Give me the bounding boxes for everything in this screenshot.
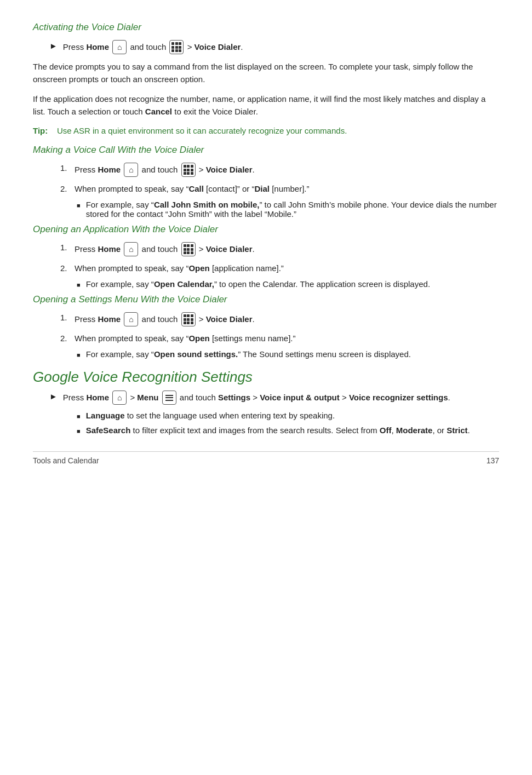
home-icon-4: ⌂: [124, 312, 138, 326]
item-settings-1-text: Press Home ⌂ and touch > Voice Dialer.: [75, 313, 255, 327]
num-1: 1.: [60, 163, 75, 173]
bullet-activate-text: Press Home ⌂ and touch > Voice Dialer.: [63, 41, 243, 55]
grid-icon-3: [181, 242, 196, 256]
sub-bullet-language-text: Language to set the language used when e…: [86, 411, 335, 420]
para-activate-1: The device prompts you to say a command …: [33, 60, 499, 86]
numbered-item-app-2: 2. When prompted to speak, say “Open [ap…: [60, 263, 499, 273]
menu-icon: [162, 391, 176, 405]
numbered-item-settings-2: 2. When prompted to speak, say “Open [se…: [60, 334, 499, 343]
item-1-text: Press Home ⌂ and touch > Voice Dialer.: [75, 163, 255, 177]
sub-bullet-app-text: For example, say “Open Calendar,” to ope…: [86, 279, 430, 289]
numbered-list-opening-settings: 1. Press Home ⌂ and touch > Voice Dialer…: [60, 313, 499, 343]
numbered-item-1: 1. Press Home ⌂ and touch > Voice Dialer…: [60, 163, 499, 177]
numbered-item-settings-1: 1. Press Home ⌂ and touch > Voice Dialer…: [60, 313, 499, 327]
sub-bullet-settings-text: For example, say “Open sound settings.” …: [86, 349, 411, 359]
section-google-voice: Google Voice Recognition Settings ► Pres…: [33, 369, 499, 435]
section-title-making-call: Making a Voice Call With the Voice Diale…: [33, 145, 499, 156]
section-title-google-voice: Google Voice Recognition Settings: [33, 369, 499, 386]
home-icon-5: ⌂: [112, 391, 127, 405]
bullet-activate: ► Press Home ⌂ and touch > Voice Dialer.: [49, 41, 499, 55]
item-app-1-text: Press Home ⌂ and touch > Voice Dialer.: [75, 243, 255, 257]
arrow-icon-google: ►: [49, 392, 58, 401]
item-settings-2-text: When prompted to speak, say “Open [setti…: [75, 334, 296, 343]
sub-bullet-call-text: For example, say “Call John Smith on mob…: [86, 200, 499, 219]
num-app-1: 1.: [60, 243, 75, 252]
footer-right: 137: [487, 456, 499, 465]
sub-bullet-call: ■ For example, say “Call John Smith on m…: [77, 200, 499, 219]
home-icon-2: ⌂: [124, 163, 138, 177]
section-opening-settings: Opening a Settings Menu With the Voice D…: [33, 294, 499, 359]
num-settings-2: 2.: [60, 334, 75, 343]
tip-line: Tip: Use ASR in a quiet environment so i…: [33, 124, 499, 137]
square-bullet-5: ■: [77, 428, 81, 434]
item-app-2-text: When prompted to speak, say “Open [appli…: [75, 263, 284, 273]
bullet-google-text: Press Home ⌂ > Menu and touch Settings >…: [63, 391, 450, 405]
section-making-call: Making a Voice Call With the Voice Diale…: [33, 145, 499, 219]
home-icon-3: ⌂: [124, 242, 138, 256]
sub-bullet-app: ■ For example, say “Open Calendar,” to o…: [77, 279, 499, 289]
section-title-activating: Activating the Voice Dialer: [33, 22, 499, 33]
square-bullet-2: ■: [77, 282, 81, 288]
item-2-text: When prompted to speak, say “Call [conta…: [75, 184, 310, 193]
para-activate-2: If the application does not recognize th…: [33, 93, 499, 118]
numbered-list-opening-app: 1. Press Home ⌂ and touch > Voice Dialer…: [60, 243, 499, 273]
sub-bullet-safesearch: ■ SafeSearch to filter explicit text and…: [77, 426, 499, 435]
arrow-icon: ►: [49, 41, 58, 50]
numbered-item-2: 2. When prompted to speak, say “Call [co…: [60, 184, 499, 193]
footer-left: Tools and Calendar: [33, 456, 99, 465]
sub-bullet-settings: ■ For example, say “Open sound settings.…: [77, 349, 499, 359]
square-bullet-1: ■: [77, 202, 81, 209]
home-icon: ⌂: [112, 40, 127, 54]
bullet-google: ► Press Home ⌂ > Menu and touch Settings…: [49, 391, 499, 405]
sub-bullet-language: ■ Language to set the language used when…: [77, 411, 499, 420]
section-title-opening-settings: Opening a Settings Menu With the Voice D…: [33, 294, 499, 305]
numbered-list-making-call: 1. Press Home ⌂ and touch > Voice Dialer…: [60, 163, 499, 193]
grid-icon-2: [181, 163, 196, 177]
section-opening-app: Opening an Application With the Voice Di…: [33, 224, 499, 289]
footer: Tools and Calendar 137: [33, 451, 499, 465]
num-app-2: 2.: [60, 263, 75, 273]
num-2: 2.: [60, 184, 75, 193]
num-settings-1: 1.: [60, 313, 75, 322]
tip-label: Tip:: [33, 126, 48, 135]
sub-bullet-safesearch-text: SafeSearch to filter explicit text and i…: [86, 426, 470, 435]
section-title-opening-app: Opening an Application With the Voice Di…: [33, 224, 499, 235]
section-activating: Activating the Voice Dialer ► Press Home…: [33, 22, 499, 137]
square-bullet-4: ■: [77, 413, 81, 420]
grid-icon: [169, 40, 184, 54]
grid-icon-4: [181, 312, 196, 326]
square-bullet-3: ■: [77, 352, 81, 358]
numbered-item-app-1: 1. Press Home ⌂ and touch > Voice Dialer…: [60, 243, 499, 257]
